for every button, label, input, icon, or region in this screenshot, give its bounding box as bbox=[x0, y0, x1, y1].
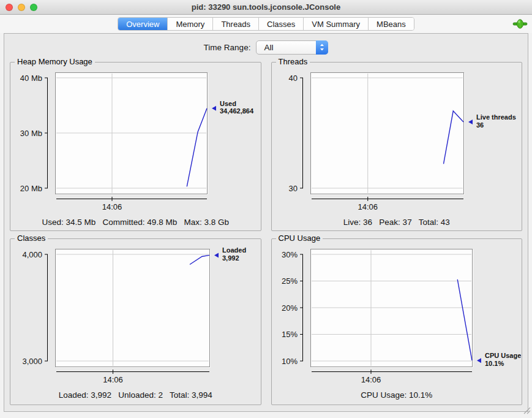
combobox-stepper-icon[interactable] bbox=[316, 40, 328, 55]
svg-text:Live threads: Live threads bbox=[476, 113, 516, 121]
tab-threads[interactable]: Threads bbox=[212, 18, 258, 30]
svg-text:15%: 15% bbox=[282, 330, 298, 339]
cpu-panel-title: CPU Usage bbox=[276, 234, 323, 243]
svg-text:3,000: 3,000 bbox=[23, 357, 43, 366]
svg-text:34,462,864: 34,462,864 bbox=[220, 107, 254, 115]
svg-text:30: 30 bbox=[288, 184, 297, 193]
cpu-usage-chart: 30%25%20%15%10%14:06CPU Usage10.1% bbox=[272, 245, 521, 389]
zoom-button[interactable] bbox=[30, 4, 37, 11]
svg-text:25%: 25% bbox=[282, 276, 298, 286]
overview-pane: Time Range: All Heap Memory Usage 40 Mb3… bbox=[4, 33, 528, 412]
svg-text:20%: 20% bbox=[282, 303, 298, 313]
cpu-usage-panel: CPU Usage 30%25%20%15%10%14:06CPU Usage1… bbox=[271, 238, 523, 405]
cpu-stats: CPU Usage: 10.1% bbox=[272, 390, 522, 400]
heap-memory-chart: 40 Mb30 Mb20 Mb14:06Used34,462,864 bbox=[11, 69, 260, 216]
svg-text:14:06: 14:06 bbox=[103, 375, 123, 384]
classes-panel: Classes 4,0003,00014:06Loaded3,992 Loade… bbox=[10, 238, 261, 405]
tab-overview[interactable]: Overview bbox=[118, 18, 167, 30]
heap-stats: Used: 34.5 Mb Committed: 49.8 Mb Max: 3.… bbox=[11, 218, 260, 227]
svg-text:4,000: 4,000 bbox=[23, 250, 43, 259]
svg-text:20 Mb: 20 Mb bbox=[20, 184, 42, 193]
threads-chart: 403014:06Live threads36 bbox=[272, 69, 521, 216]
connection-status-icon bbox=[512, 19, 528, 31]
traffic-lights bbox=[6, 4, 37, 11]
tab-vm-summary[interactable]: VM Summary bbox=[303, 18, 368, 30]
threads-stats: Live: 36 Peak: 37 Total: 43 bbox=[272, 218, 522, 227]
svg-text:30 Mb: 30 Mb bbox=[20, 129, 42, 138]
classes-panel-title: Classes bbox=[15, 234, 48, 243]
titlebar[interactable]: pid: 33290 sun.tools.jconsole.JConsole bbox=[0, 0, 532, 15]
svg-text:40 Mb: 40 Mb bbox=[20, 74, 42, 83]
svg-text:30%: 30% bbox=[282, 250, 298, 259]
charts-grid: Heap Memory Usage 40 Mb30 Mb20 Mb14:06Us… bbox=[4, 61, 528, 405]
svg-text:3,992: 3,992 bbox=[222, 254, 239, 262]
close-button[interactable] bbox=[6, 4, 13, 11]
svg-text:Loaded: Loaded bbox=[222, 246, 246, 254]
svg-text:40: 40 bbox=[288, 74, 297, 83]
svg-text:14:06: 14:06 bbox=[361, 375, 381, 384]
classes-chart: 4,0003,00014:06Loaded3,992 bbox=[11, 245, 260, 389]
heap-memory-panel: Heap Memory Usage 40 Mb30 Mb20 Mb14:06Us… bbox=[10, 62, 261, 231]
threads-panel-title: Threads bbox=[276, 57, 310, 66]
heap-panel-title: Heap Memory Usage bbox=[15, 57, 95, 66]
window-title: pid: 33290 sun.tools.jconsole.JConsole bbox=[192, 2, 340, 12]
tab-memory[interactable]: Memory bbox=[167, 18, 212, 30]
time-range-value: All bbox=[257, 43, 316, 52]
tab-mbeans[interactable]: MBeans bbox=[368, 18, 414, 30]
tab-bar: Overview Memory Threads Classes VM Summa… bbox=[0, 15, 532, 33]
svg-text:Used: Used bbox=[220, 100, 236, 107]
svg-text:36: 36 bbox=[476, 121, 484, 129]
time-range-label: Time Range: bbox=[204, 43, 251, 52]
svg-text:CPU Usage: CPU Usage bbox=[485, 352, 521, 359]
tab-strip: Overview Memory Threads Classes VM Summa… bbox=[118, 17, 414, 31]
svg-text:10%: 10% bbox=[282, 357, 298, 366]
tab-classes[interactable]: Classes bbox=[258, 18, 303, 30]
resize-grip[interactable] bbox=[523, 406, 531, 417]
minimize-button[interactable] bbox=[18, 4, 25, 11]
jconsole-window: { "window": { "title": "pid: 33290 sun.t… bbox=[0, 0, 532, 418]
svg-text:14:06: 14:06 bbox=[102, 202, 122, 211]
classes-stats: Loaded: 3,992 Unloaded: 2 Total: 3,994 bbox=[11, 390, 260, 400]
threads-panel: Threads 403014:06Live threads36 Live: 36… bbox=[271, 62, 523, 231]
time-range-select[interactable]: All bbox=[256, 40, 328, 55]
svg-text:10.1%: 10.1% bbox=[485, 360, 504, 367]
svg-text:14:06: 14:06 bbox=[358, 202, 378, 211]
